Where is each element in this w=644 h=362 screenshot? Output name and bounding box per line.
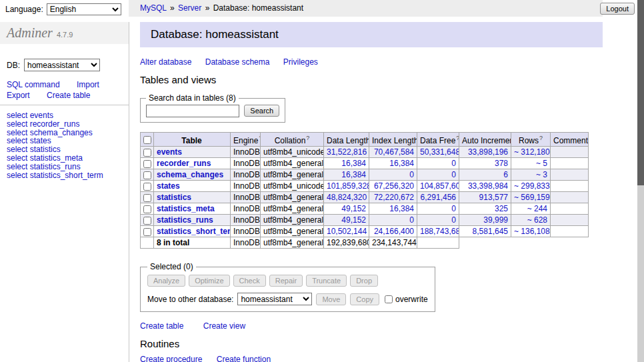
row-checkbox[interactable] bbox=[143, 194, 151, 202]
rows-link[interactable]: ~ 3 bbox=[536, 170, 547, 179]
sidebar-table-link[interactable]: select statistics_runs bbox=[7, 163, 122, 171]
breadcrumb-mysql-link[interactable]: MySQL bbox=[140, 3, 167, 13]
row-checkbox[interactable] bbox=[143, 205, 151, 213]
create-function-link[interactable]: Create function bbox=[217, 355, 271, 362]
row-checkbox[interactable] bbox=[143, 217, 151, 225]
data-length-link[interactable]: 16,384 bbox=[341, 159, 366, 168]
create-table-link[interactable]: Create table bbox=[140, 321, 183, 331]
auto-increment-link[interactable]: 378 bbox=[495, 159, 508, 168]
index-length-link[interactable]: 16,384 bbox=[389, 159, 414, 168]
table-row: recorder_runs InnoDB utf8mb4_general_ci … bbox=[141, 158, 589, 169]
row-checkbox[interactable] bbox=[143, 160, 151, 168]
move-db-select[interactable]: homeassistant bbox=[237, 293, 312, 305]
table-name-link[interactable]: statistics_short_term bbox=[157, 227, 231, 236]
data-length-link[interactable]: 49,152 bbox=[341, 215, 366, 225]
alter-database-link[interactable]: Alter database bbox=[140, 57, 191, 67]
auto-increment-link[interactable]: 33,898,196 bbox=[468, 147, 508, 157]
export-link[interactable]: Export bbox=[7, 91, 30, 100]
create-table-sidebar-link[interactable]: Create table bbox=[47, 91, 90, 100]
data-length-link[interactable]: 49,152 bbox=[341, 204, 366, 213]
rows-link[interactable]: ~ 244 bbox=[527, 204, 547, 213]
table-name-cell: statistics bbox=[154, 192, 231, 203]
search-button[interactable]: Search bbox=[244, 105, 279, 117]
sidebar-table-link[interactable]: select recorder_runs bbox=[7, 120, 122, 129]
table-name-link[interactable]: states bbox=[157, 181, 180, 191]
select-all-checkbox[interactable] bbox=[143, 136, 151, 144]
rows-link[interactable]: ~ 299,833 bbox=[514, 181, 550, 191]
index-length-link[interactable]: 0 bbox=[409, 170, 414, 179]
db-select[interactable]: homeassistant bbox=[24, 59, 100, 71]
create-procedure-link[interactable]: Create procedure bbox=[140, 355, 202, 362]
data-free-link[interactable]: 6,291,456 bbox=[421, 193, 456, 202]
row-checkbox[interactable] bbox=[143, 171, 151, 179]
adminer-logo-link[interactable]: Adminer bbox=[7, 25, 53, 41]
table-name-cell: schema_changes bbox=[154, 169, 231, 181]
sidebar-table-link[interactable]: select statistics_meta bbox=[7, 154, 122, 163]
selected-action-button: Analyze bbox=[147, 275, 185, 287]
row-checkbox[interactable] bbox=[143, 149, 151, 157]
rows-cell: ~ 5 bbox=[511, 158, 551, 169]
data-free-link[interactable]: 0 bbox=[451, 215, 456, 225]
auto-increment-link[interactable]: 6 bbox=[503, 170, 508, 179]
auto-increment-link[interactable]: 8,581,645 bbox=[473, 227, 508, 236]
database-schema-link[interactable]: Database schema bbox=[205, 57, 270, 67]
scrollbar-thumb[interactable] bbox=[637, 0, 644, 185]
table-name-link[interactable]: schema_changes bbox=[157, 170, 223, 179]
rows-link[interactable]: ~ 569,159 bbox=[514, 193, 550, 202]
import-link[interactable]: Import bbox=[77, 80, 99, 89]
table-name-link[interactable]: statistics_meta bbox=[157, 204, 215, 213]
breadcrumb-server-link[interactable]: Server bbox=[178, 3, 201, 13]
auto-increment-link[interactable]: 325 bbox=[495, 204, 508, 213]
index-length-cell: 67,256,320 bbox=[369, 181, 417, 192]
index-length-link[interactable]: 0 bbox=[409, 215, 414, 225]
data-free-link[interactable]: 0 bbox=[451, 159, 456, 168]
table-name-link[interactable]: statistics_runs bbox=[157, 215, 213, 225]
vertical-scrollbar[interactable] bbox=[637, 0, 644, 362]
language-label: Language: bbox=[5, 5, 43, 14]
rows-link[interactable]: ~ 628 bbox=[527, 215, 547, 225]
privileges-link[interactable]: Privileges bbox=[283, 57, 318, 67]
sidebar-table-link[interactable]: select events bbox=[7, 111, 122, 120]
index-length-link[interactable]: 24,166,400 bbox=[374, 227, 414, 236]
select-all-cell bbox=[141, 133, 154, 147]
data-free-cell: 0 bbox=[417, 215, 459, 226]
column-header-label: Data Length bbox=[327, 136, 369, 145]
sidebar-table-link[interactable]: select statistics_short_term bbox=[7, 171, 122, 180]
data-length-link[interactable]: 48,824,320 bbox=[327, 193, 367, 202]
data-length-link[interactable]: 10,502,144 bbox=[327, 227, 367, 236]
rows-link[interactable]: ~ 5 bbox=[536, 159, 547, 168]
overwrite-checkbox[interactable] bbox=[385, 295, 393, 303]
data-free-link[interactable]: 104,857,600 bbox=[420, 181, 459, 191]
data-length-link[interactable]: 16,384 bbox=[341, 170, 366, 179]
sql-command-link[interactable]: SQL command bbox=[7, 80, 60, 89]
index-length-link[interactable]: 16,384 bbox=[389, 204, 414, 213]
row-check-cell bbox=[141, 215, 154, 226]
data-free-link[interactable]: 0 bbox=[451, 170, 456, 179]
search-input[interactable] bbox=[146, 105, 239, 117]
data-free-link[interactable]: 50,331,648 bbox=[420, 147, 459, 157]
data-free-link[interactable]: 0 bbox=[451, 204, 456, 213]
row-checkbox[interactable] bbox=[143, 183, 151, 191]
create-view-link[interactable]: Create view bbox=[203, 321, 245, 331]
row-checkbox[interactable] bbox=[143, 228, 151, 236]
data-free-cell: 6,291,456 bbox=[417, 192, 459, 203]
data-length-link[interactable]: 101,859,328 bbox=[327, 181, 369, 191]
table-name-link[interactable]: recorder_runs bbox=[157, 159, 211, 168]
index-length-link[interactable]: 70,467,584 bbox=[374, 147, 414, 157]
auto-increment-link[interactable]: 39,999 bbox=[483, 215, 508, 225]
auto-increment-link[interactable]: 33,398,984 bbox=[468, 181, 508, 191]
collation-cell: utf8mb4_general_ci bbox=[261, 158, 324, 169]
index-length-link[interactable]: 67,256,320 bbox=[374, 181, 414, 191]
auto-increment-link[interactable]: 913,577 bbox=[479, 193, 508, 202]
rows-link[interactable]: ~ 136,108 bbox=[514, 227, 550, 236]
data-length-link[interactable]: 31,522,816 bbox=[327, 147, 367, 157]
rows-cell: ~ 628 bbox=[511, 215, 551, 226]
table-name-link[interactable]: events bbox=[157, 147, 182, 157]
table-name-link[interactable]: statistics bbox=[157, 193, 191, 202]
data-free-cell: 0 bbox=[417, 169, 459, 181]
logout-button[interactable]: Logout bbox=[600, 3, 635, 15]
data-free-link[interactable]: 188,743,680 bbox=[420, 227, 459, 236]
language-select[interactable]: English bbox=[47, 3, 121, 15]
index-length-link[interactable]: 72,220,672 bbox=[374, 193, 414, 202]
rows-link[interactable]: ~ 312,180 bbox=[514, 147, 550, 157]
